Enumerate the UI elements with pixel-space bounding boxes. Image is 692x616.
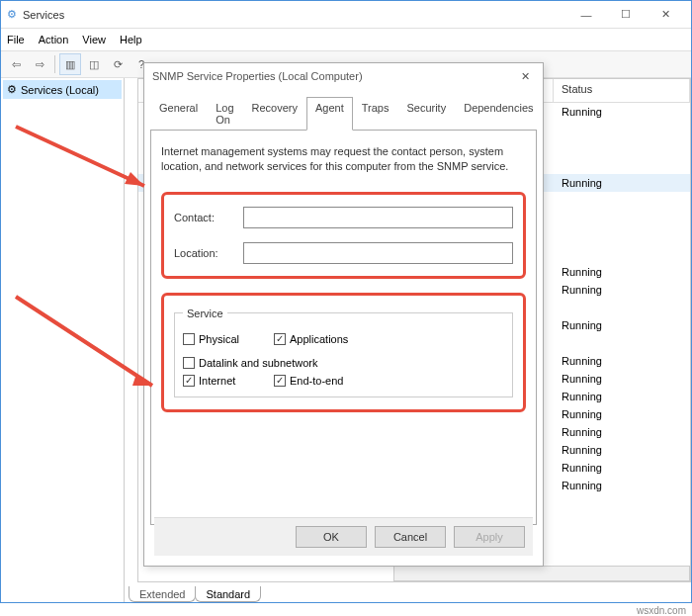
back-button[interactable]: ⇦: [5, 53, 27, 75]
dialog-tabstrip: General Log On Recovery Agent Traps Secu…: [144, 89, 543, 131]
contact-input[interactable]: [243, 207, 513, 228]
check-datalink[interactable]: Datalink and subnetwork: [183, 357, 341, 369]
agent-description: Internet management systems may request …: [161, 144, 526, 174]
dialog-tab-body: Internet management systems may request …: [150, 130, 537, 525]
apply-button[interactable]: Apply: [454, 526, 525, 548]
annotation-highlight-service: Service Physical ✓Applications Datalink …: [161, 293, 526, 412]
svg-line-0: [16, 127, 144, 186]
checkbox-icon: ✓: [183, 375, 195, 387]
refresh-button[interactable]: ⟳: [107, 53, 129, 75]
cell-status: Running: [554, 426, 690, 438]
dialog-close-button[interactable]: ✕: [515, 70, 535, 83]
checkbox-icon: [183, 333, 195, 345]
location-input[interactable]: [243, 242, 513, 264]
annotation-highlight-contact: Contact: Location:: [161, 192, 526, 279]
cell-status: Running: [554, 462, 690, 474]
service-legend: Service: [183, 308, 227, 319]
export-button[interactable]: ◫: [83, 53, 105, 75]
cell-status: Running: [554, 480, 690, 491]
cell-status: Running: [554, 106, 690, 118]
bottom-tabs: Extended Standard: [129, 582, 260, 602]
cell-status: Running: [554, 373, 690, 385]
gear-icon: ⚙: [7, 83, 17, 96]
check-physical[interactable]: Physical: [183, 333, 262, 345]
annotation-arrow-icon: [6, 287, 164, 397]
cell-status: Running: [554, 408, 690, 420]
tab-extended[interactable]: Extended: [129, 586, 196, 602]
minimize-button[interactable]: —: [566, 4, 606, 26]
cell-status: Running: [554, 391, 690, 402]
check-applications[interactable]: ✓Applications: [274, 333, 353, 345]
forward-button[interactable]: ⇨: [29, 53, 50, 75]
tree-root-item[interactable]: ⚙ Services (Local): [3, 80, 122, 99]
menu-action[interactable]: Action: [39, 34, 69, 45]
cell-status: Running: [554, 284, 690, 296]
menubar: File Action View Help: [1, 29, 691, 50]
contact-label: Contact:: [174, 212, 243, 223]
maximize-button[interactable]: ☐: [606, 4, 646, 26]
window-title: Services: [23, 9, 566, 21]
menu-help[interactable]: Help: [120, 34, 142, 45]
annotation-arrow-icon: [6, 117, 164, 198]
tab-security[interactable]: Security: [397, 97, 455, 131]
checkbox-icon: ✓: [274, 333, 286, 345]
cell-status: Running: [554, 355, 690, 367]
gear-icon: ⚙: [7, 8, 17, 21]
tab-standard[interactable]: Standard: [195, 586, 261, 602]
svg-line-2: [16, 297, 152, 386]
tab-traps[interactable]: Traps: [353, 97, 398, 131]
cell-status: Running: [554, 177, 690, 189]
tab-agent[interactable]: Agent: [306, 97, 353, 131]
dialog-button-row: OK Cancel Apply: [154, 517, 533, 556]
checkbox-icon: ✓: [274, 375, 286, 387]
checkbox-icon: [183, 357, 195, 369]
menu-view[interactable]: View: [82, 34, 106, 45]
check-endtoend[interactable]: ✓End-to-end: [274, 375, 353, 387]
service-fieldset: Service Physical ✓Applications Datalink …: [174, 308, 513, 397]
horizontal-scrollbar[interactable]: [393, 566, 690, 581]
menu-file[interactable]: File: [7, 34, 25, 45]
check-internet[interactable]: ✓Internet: [183, 375, 262, 387]
titlebar: ⚙ Services — ☐ ✕: [1, 1, 691, 29]
show-hide-tree-button[interactable]: ▥: [59, 53, 81, 75]
svg-marker-1: [125, 172, 144, 186]
col-status[interactable]: Status: [554, 79, 690, 102]
separator: [54, 55, 55, 73]
cell-status: Running: [554, 444, 690, 456]
cell-status: Running: [554, 319, 690, 331]
tab-recovery[interactable]: Recovery: [243, 97, 306, 131]
cell-status: Running: [554, 266, 690, 278]
watermark: wsxdn.com: [637, 605, 686, 616]
tab-logon[interactable]: Log On: [207, 97, 242, 131]
tab-dependencies[interactable]: Dependencies: [455, 97, 542, 131]
tree-root-label: Services (Local): [21, 84, 99, 96]
dialog-titlebar: SNMP Service Properties (Local Computer)…: [144, 63, 543, 89]
ok-button[interactable]: OK: [296, 526, 367, 548]
location-label: Location:: [174, 247, 243, 259]
properties-dialog: SNMP Service Properties (Local Computer)…: [143, 62, 544, 567]
close-button[interactable]: ✕: [646, 4, 685, 26]
cancel-button[interactable]: Cancel: [375, 526, 446, 548]
dialog-title: SNMP Service Properties (Local Computer): [152, 70, 515, 82]
